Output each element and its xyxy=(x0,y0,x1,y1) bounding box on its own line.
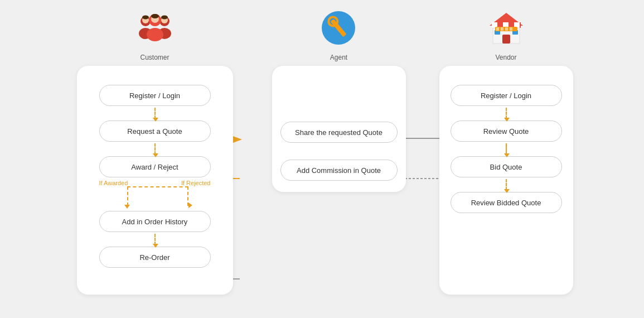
customer-column: Customer Register / Login Request a Quot… xyxy=(71,6,239,295)
customer-label: Customer xyxy=(140,54,169,61)
label-if-rejected: If Rejected xyxy=(181,180,211,186)
arrow-2 xyxy=(154,143,156,155)
agent-label: Agent xyxy=(330,54,347,61)
vendor-column: Vendor Register / Login Review Quote Bid… xyxy=(439,6,573,295)
step-review-quote: Review Quote xyxy=(451,121,562,142)
svg-rect-28 xyxy=(505,27,508,31)
svg-rect-26 xyxy=(496,27,499,31)
step-bid-quote: Bid Quote xyxy=(451,156,562,177)
vendor-lane: Register / Login Review Quote Bid Quote … xyxy=(439,66,573,295)
step-award-reject: Award / Reject xyxy=(99,156,211,177)
step-review-bidded: Review Bidded Quote xyxy=(451,192,562,213)
step-request-quote: Request a Quote xyxy=(99,121,211,142)
step-add-order-history: Add in Order History xyxy=(99,211,211,232)
svg-point-5 xyxy=(147,28,163,41)
label-if-awarded: If Awarded xyxy=(99,180,128,186)
step-reorder: Re-Order xyxy=(99,247,211,268)
step-share-quote: Share the requested Quote xyxy=(280,122,398,143)
agent-icon xyxy=(317,6,361,50)
step-vendor-register: Register / Login xyxy=(451,85,562,106)
svg-point-11 xyxy=(161,15,168,19)
svg-rect-27 xyxy=(501,27,503,31)
customer-icon xyxy=(133,6,177,50)
vendor-icon xyxy=(484,6,529,50)
step-add-commission: Add Commission in Quote xyxy=(280,160,398,181)
svg-rect-22 xyxy=(502,35,510,44)
vendor-label: Vendor xyxy=(495,54,516,61)
svg-rect-29 xyxy=(510,27,512,31)
customer-lane: Register / Login Request a Quote Award /… xyxy=(77,66,233,295)
arrow-v1 xyxy=(506,108,507,119)
diagram-container: Customer Register / Login Request a Quot… xyxy=(0,0,644,318)
arrow-1 xyxy=(154,108,156,119)
arrow-v2 xyxy=(506,143,507,155)
agent-column: Agent Share the requested Quote Add Comm… xyxy=(272,6,406,192)
arrow-3 xyxy=(154,234,156,245)
arrow-v3 xyxy=(506,179,507,190)
step-register-login: Register / Login xyxy=(99,85,211,106)
svg-point-9 xyxy=(151,14,159,18)
agent-lane: Share the requested Quote Add Commission… xyxy=(272,66,406,192)
svg-point-10 xyxy=(142,15,149,19)
